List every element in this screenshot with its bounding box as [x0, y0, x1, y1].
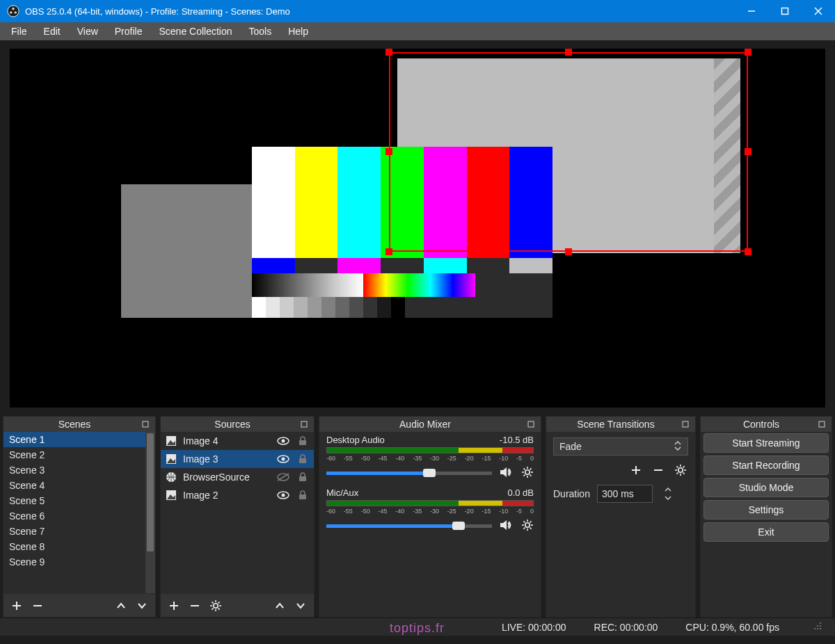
visibility-toggle[interactable]: [276, 490, 290, 500]
scene-preview[interactable]: [10, 49, 825, 408]
studio-mode-button[interactable]: Studio Mode: [703, 478, 829, 497]
scene-item[interactable]: Scene 3: [3, 462, 155, 478]
source-name: BrowserSource: [183, 472, 271, 483]
dock-popout-icon[interactable]: [527, 419, 536, 429]
scene-move-down-button[interactable]: [134, 598, 150, 613]
add-source-button[interactable]: [166, 598, 182, 613]
audio-mixer-dock-title: Audio Mixer: [324, 419, 527, 430]
meter-scale: -60-55-50-45-40-35-30-25-20-15-10-50: [326, 455, 534, 462]
menu-profile[interactable]: Profile: [108, 24, 150, 38]
image-icon: [165, 453, 177, 465]
svg-rect-5: [782, 8, 788, 15]
selection-handle[interactable]: [745, 148, 752, 155]
svg-point-80: [817, 625, 818, 627]
selection-handle[interactable]: [565, 248, 572, 255]
duration-value: 300 ms: [602, 488, 648, 499]
resize-grip-icon[interactable]: [813, 621, 822, 633]
duration-step-down[interactable]: [662, 494, 674, 502]
svg-line-40: [212, 602, 213, 603]
menu-view[interactable]: View: [70, 24, 105, 38]
selection-handle[interactable]: [385, 248, 392, 255]
scene-item[interactable]: Scene 8: [3, 539, 155, 554]
lock-toggle[interactable]: [296, 490, 310, 501]
channel-settings-button[interactable]: [521, 466, 534, 481]
svg-line-42: [218, 602, 220, 603]
svg-point-30: [282, 494, 285, 497]
source-item[interactable]: Image 4: [161, 432, 314, 450]
svg-line-52: [530, 475, 532, 476]
scroll-track[interactable]: [145, 432, 155, 593]
vu-meter: [326, 500, 534, 506]
source-item[interactable]: BrowserSource: [161, 468, 314, 486]
mute-button[interactable]: [499, 466, 514, 481]
scene-item[interactable]: Scene 6: [3, 508, 155, 524]
scene-item[interactable]: Scene 4: [3, 478, 155, 493]
scene-move-up-button[interactable]: [113, 598, 129, 613]
menu-help[interactable]: Help: [281, 24, 315, 38]
exit-button[interactable]: Exit: [703, 522, 829, 542]
audio-mixer-dock: Audio Mixer Desktop Audio-10.5 dB-60-55-…: [319, 416, 541, 618]
transition-properties-button[interactable]: [673, 462, 688, 478]
dock-popout-icon[interactable]: [681, 419, 691, 429]
menu-tools[interactable]: Tools: [242, 24, 279, 38]
lock-toggle[interactable]: [296, 435, 310, 446]
duration-step-up[interactable]: [662, 485, 674, 494]
svg-line-74: [676, 466, 678, 467]
dock-popout-icon[interactable]: [300, 419, 310, 429]
scroll-thumb[interactable]: [147, 433, 154, 552]
svg-point-84: [820, 628, 821, 629]
add-transition-button[interactable]: [628, 462, 644, 478]
add-scene-button[interactable]: [9, 598, 24, 613]
selection-handle[interactable]: [565, 49, 572, 56]
selection-handle[interactable]: [385, 148, 392, 155]
volume-slider[interactable]: [326, 472, 492, 475]
scene-item[interactable]: Scene 9: [3, 554, 155, 570]
remove-scene-button[interactable]: [30, 598, 45, 613]
svg-rect-17: [299, 440, 306, 445]
visibility-toggle[interactable]: [276, 454, 290, 464]
lock-toggle[interactable]: [296, 472, 310, 483]
start-recording-button[interactable]: Start Recording: [703, 456, 829, 475]
duration-spinbox[interactable]: 300 ms: [597, 485, 653, 503]
remove-transition-button[interactable]: [651, 462, 666, 478]
transition-select[interactable]: Fade: [553, 437, 688, 456]
volume-slider[interactable]: [326, 524, 492, 528]
remove-source-button[interactable]: [187, 598, 202, 613]
source-item[interactable]: Image 2: [161, 486, 314, 504]
source-move-up-button[interactable]: [272, 598, 287, 613]
svg-point-3: [14, 11, 17, 14]
channel-settings-button[interactable]: [521, 519, 534, 533]
menu-file[interactable]: File: [4, 24, 34, 38]
selection-handle[interactable]: [385, 49, 392, 56]
lock-toggle[interactable]: [296, 453, 310, 465]
settings-button[interactable]: Settings: [703, 500, 829, 520]
selection-outline[interactable]: [389, 52, 748, 251]
svg-line-51: [523, 468, 525, 469]
visibility-toggle[interactable]: [276, 472, 290, 482]
svg-line-53: [530, 468, 532, 469]
svg-rect-12: [301, 421, 307, 427]
window-maximize-button[interactable]: [768, 0, 802, 22]
source-item[interactable]: Image 3: [161, 450, 314, 468]
scene-item[interactable]: Scene 2: [3, 447, 155, 462]
window-close-button[interactable]: [802, 0, 835, 22]
selection-handle[interactable]: [745, 49, 752, 56]
mute-button[interactable]: [499, 519, 514, 533]
dock-popout-icon[interactable]: [141, 419, 151, 429]
source-name: Image 4: [183, 435, 271, 446]
dock-popout-icon[interactable]: [818, 419, 827, 429]
start-streaming-button[interactable]: Start Streaming: [703, 433, 829, 453]
menu-scene-collection[interactable]: Scene Collection: [152, 24, 239, 38]
window-minimize-button[interactable]: [735, 0, 768, 22]
visibility-toggle[interactable]: [276, 436, 290, 446]
scene-item[interactable]: Scene 7: [3, 524, 155, 539]
svg-rect-22: [299, 458, 306, 463]
source-properties-button[interactable]: [208, 598, 223, 613]
scene-transitions-dock-title: Scene Transitions: [550, 419, 681, 430]
source-move-down-button[interactable]: [293, 598, 308, 613]
scene-item[interactable]: Scene 5: [3, 493, 155, 508]
menu-edit[interactable]: Edit: [37, 24, 67, 38]
scene-item[interactable]: Scene 1: [3, 432, 155, 447]
transition-select-value: Fade: [559, 441, 674, 452]
selection-handle[interactable]: [745, 248, 752, 255]
